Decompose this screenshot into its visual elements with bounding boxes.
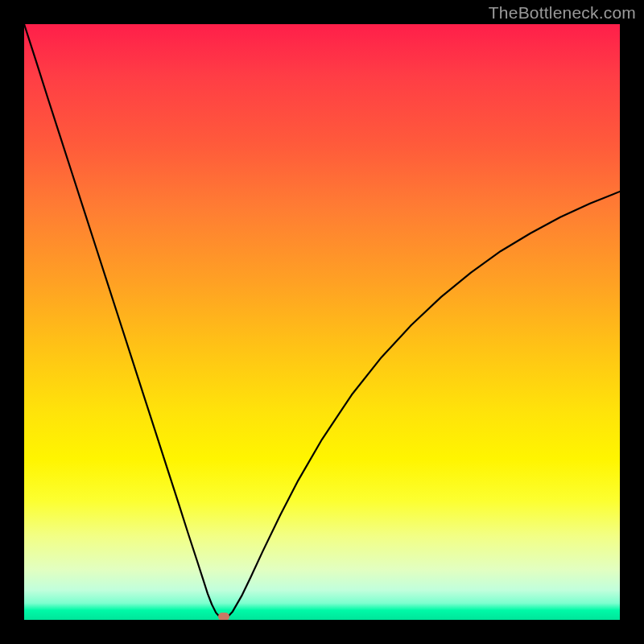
curve-svg	[24, 24, 620, 620]
watermark-text: TheBottleneck.com	[489, 3, 636, 23]
bottleneck-curve	[24, 24, 620, 619]
optimum-marker	[218, 613, 229, 620]
plot-area	[24, 24, 620, 620]
chart-frame: TheBottleneck.com	[0, 0, 644, 644]
